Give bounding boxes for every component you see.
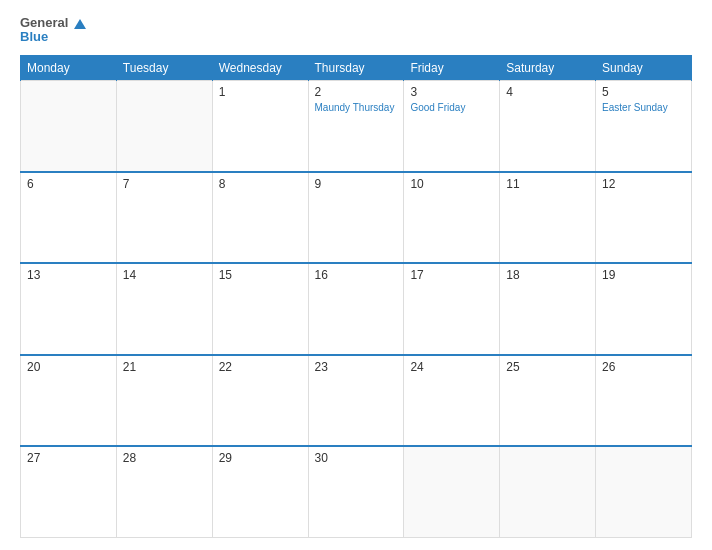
day-number: 30 xyxy=(315,451,398,465)
day-number: 25 xyxy=(506,360,589,374)
day-cell: 9 xyxy=(308,172,404,263)
day-number: 19 xyxy=(602,268,685,282)
day-cell: 1 xyxy=(212,80,308,171)
holiday-label: Maundy Thursday xyxy=(315,101,398,114)
day-cell: 10 xyxy=(404,172,500,263)
day-cell: 6 xyxy=(21,172,117,263)
col-header-thursday: Thursday xyxy=(308,55,404,80)
day-cell: 16 xyxy=(308,263,404,354)
day-cell: 30 xyxy=(308,446,404,538)
day-cell xyxy=(21,80,117,171)
day-cell: 27 xyxy=(21,446,117,538)
day-cell: 28 xyxy=(116,446,212,538)
day-cell: 22 xyxy=(212,355,308,446)
day-cell: 11 xyxy=(500,172,596,263)
week-row-5: 27282930 xyxy=(21,446,692,538)
day-number: 18 xyxy=(506,268,589,282)
day-number: 21 xyxy=(123,360,206,374)
col-header-tuesday: Tuesday xyxy=(116,55,212,80)
day-cell: 23 xyxy=(308,355,404,446)
day-number: 3 xyxy=(410,85,493,99)
day-number: 28 xyxy=(123,451,206,465)
day-cell: 20 xyxy=(21,355,117,446)
day-number: 4 xyxy=(506,85,589,99)
day-cell: 17 xyxy=(404,263,500,354)
day-cell: 8 xyxy=(212,172,308,263)
day-number: 2 xyxy=(315,85,398,99)
day-number: 29 xyxy=(219,451,302,465)
day-number: 13 xyxy=(27,268,110,282)
day-number: 5 xyxy=(602,85,685,99)
day-number: 14 xyxy=(123,268,206,282)
day-cell xyxy=(116,80,212,171)
day-number: 12 xyxy=(602,177,685,191)
day-number: 6 xyxy=(27,177,110,191)
day-number: 17 xyxy=(410,268,493,282)
day-cell: 15 xyxy=(212,263,308,354)
day-cell: 12 xyxy=(596,172,692,263)
day-number: 16 xyxy=(315,268,398,282)
day-cell xyxy=(404,446,500,538)
day-number: 24 xyxy=(410,360,493,374)
col-header-monday: Monday xyxy=(21,55,117,80)
day-number: 7 xyxy=(123,177,206,191)
day-cell: 26 xyxy=(596,355,692,446)
logo-general-text: General xyxy=(20,15,68,30)
day-cell: 2Maundy Thursday xyxy=(308,80,404,171)
col-header-wednesday: Wednesday xyxy=(212,55,308,80)
calendar-table: MondayTuesdayWednesdayThursdayFridaySatu… xyxy=(20,55,692,538)
day-number: 27 xyxy=(27,451,110,465)
day-number: 8 xyxy=(219,177,302,191)
holiday-label: Easter Sunday xyxy=(602,101,685,114)
day-cell: 29 xyxy=(212,446,308,538)
logo: General Blue xyxy=(20,16,86,45)
day-number: 11 xyxy=(506,177,589,191)
day-cell: 24 xyxy=(404,355,500,446)
day-cell: 14 xyxy=(116,263,212,354)
day-cell: 19 xyxy=(596,263,692,354)
week-row-4: 20212223242526 xyxy=(21,355,692,446)
logo-blue-text: Blue xyxy=(20,30,86,44)
col-header-friday: Friday xyxy=(404,55,500,80)
header: General Blue xyxy=(20,16,692,45)
page: General Blue MondayTuesdayWednesdayThurs… xyxy=(0,0,712,550)
week-row-2: 6789101112 xyxy=(21,172,692,263)
col-header-sunday: Sunday xyxy=(596,55,692,80)
day-number: 26 xyxy=(602,360,685,374)
day-cell: 5Easter Sunday xyxy=(596,80,692,171)
day-number: 15 xyxy=(219,268,302,282)
logo-general: General xyxy=(20,16,86,30)
day-number: 9 xyxy=(315,177,398,191)
day-cell xyxy=(500,446,596,538)
day-number: 23 xyxy=(315,360,398,374)
day-cell xyxy=(596,446,692,538)
day-number: 10 xyxy=(410,177,493,191)
header-row: MondayTuesdayWednesdayThursdayFridaySatu… xyxy=(21,55,692,80)
week-row-1: 12Maundy Thursday3Good Friday45Easter Su… xyxy=(21,80,692,171)
day-cell: 4 xyxy=(500,80,596,171)
day-number: 20 xyxy=(27,360,110,374)
day-cell: 13 xyxy=(21,263,117,354)
day-cell: 7 xyxy=(116,172,212,263)
day-cell: 21 xyxy=(116,355,212,446)
day-number: 1 xyxy=(219,85,302,99)
col-header-saturday: Saturday xyxy=(500,55,596,80)
day-number: 22 xyxy=(219,360,302,374)
week-row-3: 13141516171819 xyxy=(21,263,692,354)
logo-triangle-icon xyxy=(74,19,86,29)
day-cell: 18 xyxy=(500,263,596,354)
day-cell: 3Good Friday xyxy=(404,80,500,171)
day-cell: 25 xyxy=(500,355,596,446)
holiday-label: Good Friday xyxy=(410,101,493,114)
